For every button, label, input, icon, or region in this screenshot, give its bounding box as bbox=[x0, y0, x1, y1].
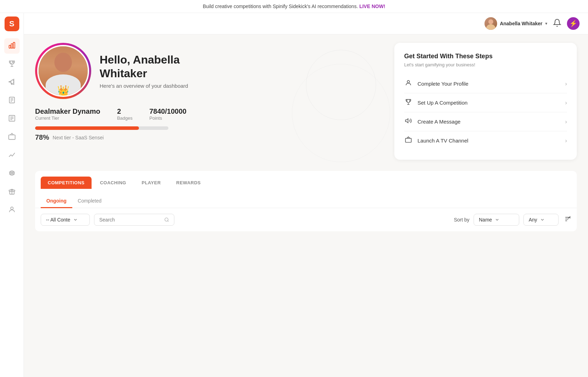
step-label-message: Create A Message bbox=[417, 119, 560, 125]
sidebar-item-dashboard[interactable] bbox=[4, 38, 20, 54]
gift-icon bbox=[8, 187, 16, 197]
trophy-icon bbox=[8, 60, 16, 69]
chevron-right-icon-4: › bbox=[565, 138, 567, 144]
subtab-completed[interactable]: Completed bbox=[72, 194, 107, 208]
get-started-card: Get Started With These Steps Let's start… bbox=[394, 43, 577, 160]
tier-value: Dealmaker Dynamo bbox=[35, 107, 100, 115]
tier-label: Current Tier bbox=[35, 115, 100, 121]
any-label: Any bbox=[529, 217, 537, 223]
get-started-subtitle: Let's start gamifying your business! bbox=[404, 62, 567, 67]
step-setup-competition[interactable]: Set Up A Competition › bbox=[404, 93, 567, 112]
svg-point-21 bbox=[165, 218, 168, 221]
header-username: Anabella Whitaker bbox=[500, 21, 542, 26]
sub-tabs: Ongoing Completed bbox=[35, 189, 577, 208]
profile-header: 👑 Hello, AnabellaWhitaker Here's an over… bbox=[35, 43, 383, 99]
step-launch-tv[interactable]: Launch A TV Channel › bbox=[404, 131, 567, 150]
avatar bbox=[485, 17, 497, 30]
sidebar-item-reports[interactable] bbox=[4, 93, 20, 108]
megaphone-icon bbox=[8, 78, 16, 87]
any-filter[interactable]: Any bbox=[523, 214, 559, 226]
banner-text: Build creative competitions with Spinify… bbox=[203, 4, 358, 9]
integration-icon bbox=[8, 169, 16, 179]
contest-type-filter[interactable]: -- All Conte bbox=[41, 214, 90, 226]
svg-rect-2 bbox=[13, 42, 15, 48]
badges-label: Badges bbox=[117, 115, 133, 121]
svg-point-18 bbox=[407, 80, 410, 83]
subtab-ongoing[interactable]: Ongoing bbox=[41, 194, 72, 208]
sidebar-item-tv[interactable] bbox=[4, 130, 20, 145]
tab-rewards[interactable]: REWARDS bbox=[169, 177, 208, 189]
sidebar-item-users[interactable] bbox=[4, 203, 20, 218]
sidebar: S bbox=[0, 13, 24, 377]
stat-points: 7840/10000 Points bbox=[149, 107, 187, 121]
sidebar-item-announcements[interactable] bbox=[4, 75, 20, 90]
svg-rect-1 bbox=[11, 44, 13, 48]
stats-row: Dealmaker Dynamo Current Tier 2 Badges 7… bbox=[35, 107, 383, 121]
profile-step-icon bbox=[404, 79, 413, 88]
hero-section: 👑 Hello, AnabellaWhitaker Here's an over… bbox=[35, 43, 577, 160]
points-value: 7840/10000 bbox=[149, 107, 187, 115]
header: Anabella Whitaker ▾ ⚡ bbox=[24, 13, 588, 34]
sort-order-icon[interactable] bbox=[564, 216, 571, 224]
dashboard-icon bbox=[8, 41, 16, 51]
svg-rect-11 bbox=[8, 135, 15, 139]
search-box bbox=[94, 214, 174, 226]
svg-point-17 bbox=[11, 207, 13, 209]
progress-percent: 78% bbox=[35, 133, 49, 141]
chevron-down-icon: ▾ bbox=[545, 21, 547, 26]
progress-info: 78% Next tier - SaaS Sensei bbox=[35, 133, 383, 141]
sort-selected-value: Name bbox=[479, 217, 492, 223]
sort-label: Sort by bbox=[454, 217, 469, 223]
progress-bar-wrapper bbox=[35, 126, 383, 130]
crown-icon: 👑 bbox=[57, 85, 69, 96]
user-icon bbox=[8, 206, 16, 215]
sidebar-item-analytics[interactable] bbox=[4, 148, 20, 163]
top-banner: Build creative competitions with Spinify… bbox=[0, 0, 588, 13]
search-input[interactable] bbox=[99, 217, 161, 223]
search-icon bbox=[164, 217, 169, 223]
filter-bar: -- All Conte Sort by Name Any bbox=[35, 208, 577, 231]
tab-coaching[interactable]: COACHING bbox=[93, 177, 133, 189]
points-label: Points bbox=[149, 115, 187, 121]
step-label-competition: Set Up A Competition bbox=[417, 100, 560, 106]
sidebar-item-gifts[interactable] bbox=[4, 184, 20, 200]
progress-next-tier: Next tier - SaaS Sensei bbox=[53, 135, 104, 140]
profile-card: 👑 Hello, AnabellaWhitaker Here's an over… bbox=[35, 43, 383, 160]
sidebar-item-notes[interactable] bbox=[4, 111, 20, 127]
main-content: Anabella Whitaker ▾ ⚡ bbox=[24, 13, 588, 377]
chevron-right-icon: › bbox=[565, 81, 567, 87]
sort-select[interactable]: Name bbox=[474, 214, 519, 226]
message-step-icon bbox=[404, 117, 413, 126]
live-link[interactable]: LIVE NOW! bbox=[359, 4, 385, 9]
badges-count: 2 bbox=[117, 107, 133, 115]
dropdown-icon bbox=[73, 217, 78, 222]
svg-marker-19 bbox=[406, 119, 408, 123]
lightning-icon[interactable]: ⚡ bbox=[567, 17, 580, 30]
sort-chevron-icon bbox=[495, 217, 500, 222]
tab-competitions[interactable]: COMPETITIONS bbox=[41, 177, 92, 189]
svg-line-22 bbox=[168, 221, 169, 222]
profile-info: Hello, AnabellaWhitaker Here's an overvi… bbox=[100, 53, 383, 89]
tab-player[interactable]: PLAYER bbox=[135, 177, 168, 189]
competition-step-icon bbox=[404, 98, 413, 107]
header-user[interactable]: Anabella Whitaker ▾ bbox=[485, 17, 547, 30]
analytics-icon bbox=[8, 151, 16, 160]
profile-greeting: Hello, AnabellaWhitaker bbox=[100, 53, 383, 80]
svg-rect-0 bbox=[9, 45, 11, 48]
step-create-message[interactable]: Create A Message › bbox=[404, 112, 567, 131]
notification-bell-icon[interactable] bbox=[553, 19, 561, 29]
reports-icon bbox=[8, 96, 16, 106]
sidebar-item-competitions[interactable] bbox=[4, 57, 20, 72]
filter-select-label: -- All Conte bbox=[46, 217, 70, 223]
any-chevron-icon bbox=[540, 217, 545, 222]
get-started-title: Get Started With These Steps bbox=[404, 53, 567, 60]
step-label-profile: Complete Your Profile bbox=[417, 81, 560, 87]
sidebar-logo[interactable]: S bbox=[5, 16, 19, 31]
profile-avatar-wrapper: 👑 bbox=[35, 43, 91, 99]
chevron-right-icon-2: › bbox=[565, 100, 567, 106]
progress-bar-fill bbox=[35, 126, 139, 130]
tv-icon bbox=[8, 133, 16, 142]
chevron-right-icon-3: › bbox=[565, 119, 567, 125]
sidebar-item-integrations[interactable] bbox=[4, 166, 20, 181]
step-complete-profile[interactable]: Complete Your Profile › bbox=[404, 74, 567, 93]
